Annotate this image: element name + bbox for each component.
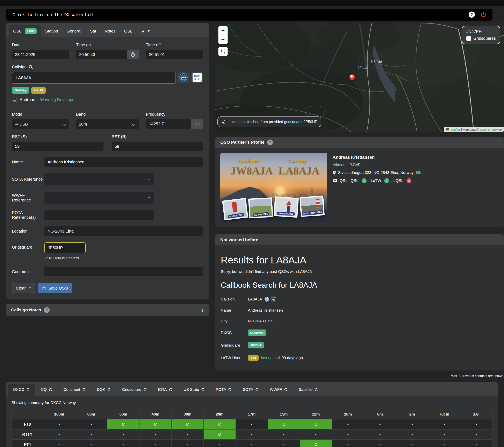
mode-label-RTTY: RTTY (12, 429, 43, 440)
qrz-lookup-button[interactable]: QRZ (178, 72, 189, 83)
refresh-icon (201, 388, 205, 391)
map-link-icon[interactable] (416, 171, 421, 174)
hamqth-hq-icon[interactable]: HQ (271, 297, 276, 302)
summary-cell-RTTY-160m: - (43, 429, 75, 440)
leaflet-map[interactable]: Hamar Mjøsa Buskerud + − JN47PH Gridsqua… (215, 23, 504, 132)
summary-cell-FT8-2m: - (396, 419, 428, 429)
summary-tab-wwff[interactable]: WWFF (265, 384, 293, 395)
rst-s-input[interactable] (12, 142, 104, 151)
save-icon (42, 286, 46, 290)
chevron-down-icon (62, 122, 66, 126)
save-qso-button[interactable]: Save QSO (38, 283, 72, 293)
help-icon[interactable]: ? (469, 12, 475, 18)
clear-button[interactable]: Clear (12, 283, 35, 293)
tab-notes[interactable]: Notes (101, 25, 120, 37)
band-select[interactable]: 20m (76, 119, 139, 129)
location-input[interactable] (44, 226, 203, 236)
mode-select[interactable]: ⇒ USB (12, 119, 69, 129)
summary-tab-gridsquare[interactable]: Gridsquare (117, 384, 152, 395)
hamqth-lookup-button[interactable]: HamQTH (191, 72, 203, 83)
summary-tab-dok[interactable]: DOK (91, 384, 116, 395)
frequency-input[interactable] (146, 119, 191, 129)
sota-select[interactable] (44, 173, 154, 185)
rst-r-input[interactable] (112, 142, 203, 151)
summary-tab-cq[interactable]: CQ (36, 384, 58, 395)
tab-qso[interactable]: QSO LIVE (9, 25, 41, 37)
tab-general[interactable]: General (63, 25, 85, 37)
callsign-notes-bar[interactable]: Callsign Notes ? (6, 304, 209, 316)
map-grid-value: JN47PH (466, 29, 496, 34)
help-icon[interactable]: ? (267, 140, 273, 145)
callsign-label: Callsign (12, 65, 27, 69)
comment-input[interactable] (44, 267, 203, 276)
summary-tab-sota[interactable]: SOTA (237, 384, 264, 395)
map-location-tooltip: Location is fetched from provided gridsq… (217, 116, 321, 127)
map-terrain (215, 23, 504, 132)
last-upload-link[interactable]: last upload (261, 356, 280, 360)
summary-cell-RTTY-40m: - (140, 429, 172, 440)
wwff-select[interactable] (44, 192, 154, 204)
map-zoom-out-button[interactable]: − (218, 35, 228, 44)
stopwatch-button[interactable] (127, 50, 139, 59)
band-label: Band (76, 112, 139, 117)
leaflet-link[interactable]: Leaflet (450, 128, 460, 131)
not-worked-before-card: Not worked before Results for LA8AJA Sor… (215, 234, 504, 371)
refresh-icon (284, 388, 288, 391)
satellite-dish-icon (222, 120, 226, 124)
summary-tab-satellite[interactable]: Satellite (293, 384, 324, 395)
summary-cell-RTTY-30m: - (172, 429, 204, 440)
band-header-10m: 10m (332, 409, 364, 419)
name-input[interactable] (44, 157, 203, 167)
map-fullscreen-button[interactable] (218, 47, 228, 56)
qrz-globe-icon[interactable] (264, 297, 270, 302)
tab-qsl[interactable]: QSL (120, 25, 137, 37)
band-header-80m: 80m (75, 409, 107, 419)
time-on-input[interactable] (76, 50, 127, 59)
summary-tab-bar: DXCCCQContinentDOKGridsquareIOTAUS State… (6, 382, 498, 395)
summary-cell-RTTY-6m: - (364, 429, 396, 440)
map-label-city: Hamar (371, 59, 382, 64)
callbook-city-label: City (221, 319, 248, 323)
refresh-icon (255, 388, 259, 391)
dx-waterfall-message[interactable]: Click to turn on the DX Waterfall (12, 12, 94, 17)
summary-cell-FT4-SAT: - (460, 440, 492, 447)
dx-waterfall-bar[interactable]: Click to turn on the DX Waterfall ? (6, 9, 492, 20)
chevron-down-icon (147, 30, 150, 32)
summary-cell-FT8-160m: - (43, 419, 75, 429)
gridsquare-input[interactable] (44, 242, 86, 253)
summary-cell-FT8-SAT: - (460, 419, 492, 429)
summary-tab-iota[interactable]: IOTA (153, 384, 178, 395)
gridsquare-distance: 2° N 1484 kilometers (44, 256, 203, 260)
openstreetmap-link[interactable]: OpenStreetMap (480, 128, 502, 131)
operator-profile-link[interactable]: Wavelog Developer (40, 97, 76, 102)
summary-cell-FT8-10m: - (332, 419, 364, 429)
summary-tab-dxcc[interactable]: DXCC (8, 384, 35, 395)
summary-tab-us-state[interactable]: US State (178, 384, 210, 395)
pota-input[interactable] (44, 210, 154, 220)
tab-station[interactable]: Station (41, 25, 62, 37)
summary-cell-FT4-2m: - (396, 440, 428, 447)
expand-collapse-icon[interactable] (201, 307, 204, 313)
summary-tab-pota[interactable]: POTA (210, 384, 237, 395)
envelope-icon (333, 179, 338, 183)
callbook-title: Callbook Search for LA8AJA (221, 281, 498, 290)
map-marker[interactable] (349, 74, 355, 80)
callsign-input[interactable] (12, 72, 176, 84)
comment-label: Comment (12, 269, 44, 274)
help-icon[interactable]: ? (44, 307, 50, 313)
power-icon[interactable] (481, 12, 486, 18)
map-zoom-in-button[interactable]: + (218, 26, 228, 35)
callbook-dxcc-label: DXCC (221, 331, 248, 335)
frequency-unit: kHz (191, 119, 203, 129)
band-header-12m: 12m (300, 409, 332, 419)
date-input[interactable] (12, 50, 69, 59)
gridsquares-checkbox[interactable] (466, 36, 471, 41)
tab-favorites-dropdown[interactable] (137, 25, 154, 37)
summary-tab-continent[interactable]: Continent (58, 384, 91, 395)
callbook-lotw-label: LoTW User (221, 356, 248, 360)
summary-cell-RTTY-80m: - (75, 429, 107, 440)
callbook-grid-label: Gridsquare (221, 343, 248, 348)
time-off-input[interactable] (146, 50, 203, 59)
wwff-label: WWFF Reference (12, 193, 44, 203)
tab-sat[interactable]: Sat (86, 25, 100, 37)
